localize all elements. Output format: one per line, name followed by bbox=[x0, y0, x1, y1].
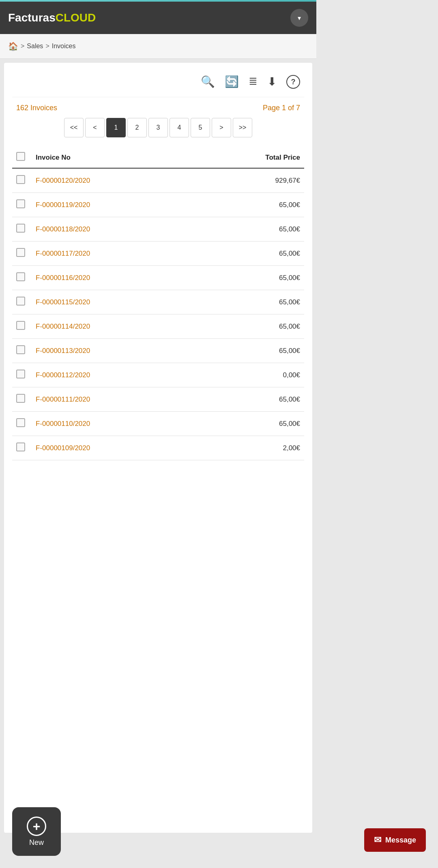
page-prev-button[interactable]: < bbox=[85, 118, 105, 137]
filter-icon[interactable]: ≣ bbox=[249, 75, 258, 89]
invoice-count: 162 Invoices bbox=[16, 104, 57, 112]
search-icon[interactable]: 🔍 bbox=[201, 75, 215, 89]
breadcrumb-sales[interactable]: Sales bbox=[27, 43, 43, 50]
invoice-link-7[interactable]: F-00000113/2020 bbox=[36, 347, 90, 355]
invoice-price-cell: 65,00€ bbox=[193, 193, 304, 217]
row-checkbox-7[interactable] bbox=[16, 345, 25, 354]
row-checkbox-11[interactable] bbox=[16, 443, 25, 451]
help-icon[interactable]: ? bbox=[286, 75, 300, 89]
row-checkbox-2[interactable] bbox=[16, 224, 25, 233]
refresh-icon[interactable]: 🔄 bbox=[225, 75, 239, 89]
new-invoice-button[interactable]: + New bbox=[12, 807, 61, 856]
select-all-checkbox[interactable] bbox=[16, 152, 25, 161]
invoice-link-11[interactable]: F-00000109/2020 bbox=[36, 444, 90, 452]
invoice-id-cell: F-00000119/2020 bbox=[32, 193, 193, 217]
table-row: F-00000113/2020 65,00€ bbox=[12, 339, 304, 363]
invoice-link-4[interactable]: F-00000116/2020 bbox=[36, 274, 90, 282]
new-label: New bbox=[29, 838, 44, 847]
home-icon: 🏠 bbox=[8, 41, 18, 51]
invoice-price-cell: 65,00€ bbox=[193, 217, 304, 242]
toolbar: 🔍 🔄 ≣ ⬇ ? bbox=[12, 71, 304, 97]
logo-cloud: CLOUD bbox=[56, 11, 96, 24]
invoice-id-cell: F-00000120/2020 bbox=[32, 168, 193, 193]
table-row: F-00000118/2020 65,00€ bbox=[12, 217, 304, 242]
row-checkbox-cell bbox=[12, 217, 32, 242]
app-header: FacturasCLOUD ▾ bbox=[0, 2, 316, 34]
invoice-id-cell: F-00000113/2020 bbox=[32, 339, 193, 363]
invoice-link-2[interactable]: F-00000118/2020 bbox=[36, 225, 90, 233]
page-2-button[interactable]: 2 bbox=[127, 118, 147, 137]
row-checkbox-5[interactable] bbox=[16, 297, 25, 306]
page-5-button[interactable]: 5 bbox=[191, 118, 210, 137]
table-row: F-00000116/2020 65,00€ bbox=[12, 266, 304, 290]
invoice-id-cell: F-00000118/2020 bbox=[32, 217, 193, 242]
invoice-id-cell: F-00000116/2020 bbox=[32, 266, 193, 290]
invoice-id-cell: F-00000110/2020 bbox=[32, 412, 193, 436]
download-icon[interactable]: ⬇ bbox=[267, 75, 277, 89]
invoice-link-5[interactable]: F-00000115/2020 bbox=[36, 298, 90, 306]
invoice-link-8[interactable]: F-00000112/2020 bbox=[36, 371, 90, 379]
table-row: F-00000117/2020 65,00€ bbox=[12, 242, 304, 266]
invoice-id-cell: F-00000111/2020 bbox=[32, 387, 193, 412]
table-row: F-00000120/2020 929,67€ bbox=[12, 168, 304, 193]
invoice-table: Invoice No Total Price F-00000120/2020 9… bbox=[12, 147, 304, 460]
invoice-id-cell: F-00000109/2020 bbox=[32, 436, 193, 460]
header-dropdown-button[interactable]: ▾ bbox=[290, 9, 308, 27]
invoice-price-cell: 65,00€ bbox=[193, 266, 304, 290]
row-checkbox-cell bbox=[12, 242, 32, 266]
invoice-link-3[interactable]: F-00000117/2020 bbox=[36, 250, 90, 257]
invoice-link-6[interactable]: F-00000114/2020 bbox=[36, 323, 90, 330]
col-price-header: Total Price bbox=[193, 147, 304, 168]
page-next-button[interactable]: > bbox=[212, 118, 231, 137]
page-4-button[interactable]: 4 bbox=[170, 118, 189, 137]
table-row: F-00000119/2020 65,00€ bbox=[12, 193, 304, 217]
invoice-price-cell: 929,67€ bbox=[193, 168, 304, 193]
row-checkbox-cell bbox=[12, 387, 32, 412]
page-first-button[interactable]: << bbox=[64, 118, 84, 137]
row-checkbox-cell bbox=[12, 168, 32, 193]
table-row: F-00000112/2020 0,00€ bbox=[12, 363, 304, 387]
invoice-price-cell: 65,00€ bbox=[193, 412, 304, 436]
invoice-link-0[interactable]: F-00000120/2020 bbox=[36, 177, 90, 184]
invoice-price-cell: 65,00€ bbox=[193, 290, 304, 314]
row-checkbox-cell bbox=[12, 412, 32, 436]
row-checkbox-cell bbox=[12, 290, 32, 314]
table-row: F-00000114/2020 65,00€ bbox=[12, 314, 304, 339]
invoice-link-10[interactable]: F-00000110/2020 bbox=[36, 420, 90, 428]
table-row: F-00000109/2020 2,00€ bbox=[12, 436, 304, 460]
pagination-controls: << < 1 2 3 4 5 > >> bbox=[12, 118, 304, 137]
row-checkbox-8[interactable] bbox=[16, 370, 25, 378]
row-checkbox-4[interactable] bbox=[16, 272, 25, 281]
row-checkbox-cell bbox=[12, 314, 32, 339]
invoice-link-1[interactable]: F-00000119/2020 bbox=[36, 201, 90, 209]
page-3-button[interactable]: 3 bbox=[148, 118, 168, 137]
breadcrumb: 🏠 > Sales > Invoices bbox=[8, 41, 308, 51]
invoice-id-cell: F-00000115/2020 bbox=[32, 290, 193, 314]
breadcrumb-bar: 🏠 > Sales > Invoices bbox=[0, 34, 316, 59]
row-checkbox-1[interactable] bbox=[16, 199, 25, 208]
row-checkbox-9[interactable] bbox=[16, 394, 25, 403]
col-invoice-header: Invoice No bbox=[32, 147, 193, 168]
row-checkbox-cell bbox=[12, 363, 32, 387]
invoice-price-cell: 2,00€ bbox=[193, 436, 304, 460]
row-checkbox-3[interactable] bbox=[16, 248, 25, 257]
table-row: F-00000115/2020 65,00€ bbox=[12, 290, 304, 314]
pagination-info: 162 Invoices Page 1 of 7 bbox=[12, 104, 304, 112]
logo-facturas: Facturas bbox=[8, 11, 56, 24]
chevron-down-icon: ▾ bbox=[298, 14, 301, 22]
page-last-button[interactable]: >> bbox=[233, 118, 252, 137]
row-checkbox-cell bbox=[12, 436, 32, 460]
breadcrumb-sep-1: > bbox=[21, 43, 24, 50]
invoice-price-cell: 65,00€ bbox=[193, 242, 304, 266]
breadcrumb-sep-2: > bbox=[45, 43, 49, 50]
row-checkbox-10[interactable] bbox=[16, 418, 25, 427]
page-1-button[interactable]: 1 bbox=[106, 118, 126, 137]
row-checkbox-0[interactable] bbox=[16, 175, 25, 184]
row-checkbox-6[interactable] bbox=[16, 321, 25, 330]
invoice-id-cell: F-00000112/2020 bbox=[32, 363, 193, 387]
invoice-price-cell: 0,00€ bbox=[193, 363, 304, 387]
invoice-link-9[interactable]: F-00000111/2020 bbox=[36, 396, 90, 403]
breadcrumb-invoices[interactable]: Invoices bbox=[52, 43, 76, 50]
table-row: F-00000111/2020 65,00€ bbox=[12, 387, 304, 412]
invoice-price-cell: 65,00€ bbox=[193, 314, 304, 339]
